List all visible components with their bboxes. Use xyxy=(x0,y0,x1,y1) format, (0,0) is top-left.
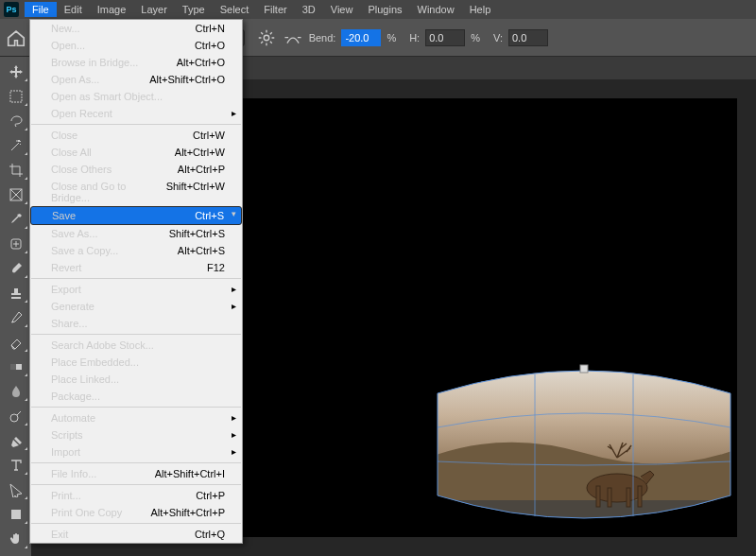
tool-lasso[interactable] xyxy=(3,110,29,132)
menu-item-open[interactable]: Open...Ctrl+O xyxy=(30,37,242,54)
tool-history[interactable] xyxy=(3,306,29,329)
menu-item-save[interactable]: SaveCtrl+S xyxy=(30,206,242,225)
menu-item-close-all[interactable]: Close AllAlt+Ctrl+W xyxy=(30,144,242,161)
tool-path[interactable] xyxy=(3,478,29,501)
menu-item-generate[interactable]: Generate xyxy=(30,298,242,315)
svg-rect-15 xyxy=(638,486,642,507)
menu-item-print-one-copy[interactable]: Print One CopyAlt+Shift+Ctrl+P xyxy=(30,504,242,521)
menu-item-search-adobe-stock[interactable]: Search Adobe Stock... xyxy=(30,337,242,354)
app-icon: Ps xyxy=(4,2,19,17)
tool-heal[interactable] xyxy=(3,233,29,255)
menu-layer[interactable]: Layer xyxy=(133,2,175,17)
svg-point-0 xyxy=(264,35,269,41)
menu-item-import[interactable]: Import xyxy=(30,443,242,460)
v-input[interactable] xyxy=(508,29,548,46)
tool-move[interactable] xyxy=(3,61,29,83)
svg-rect-13 xyxy=(608,488,611,507)
menu-edit[interactable]: Edit xyxy=(57,2,90,17)
menu-item-print[interactable]: Print...Ctrl+P xyxy=(30,487,242,504)
tool-zoom[interactable] xyxy=(3,552,29,556)
svg-rect-7 xyxy=(11,510,21,519)
menu-item-open-recent[interactable]: Open Recent xyxy=(30,105,242,122)
menu-item-close-others[interactable]: Close OthersAlt+Ctrl+P xyxy=(30,161,242,178)
tool-eraser[interactable] xyxy=(3,331,29,354)
menu-item-new[interactable]: New...Ctrl+N xyxy=(30,20,242,37)
menu-view[interactable]: View xyxy=(323,2,361,17)
svg-rect-5 xyxy=(10,364,16,370)
menu-item-scripts[interactable]: Scripts xyxy=(30,426,242,443)
menu-item-exit[interactable]: ExitCtrl+Q xyxy=(30,526,242,543)
menu-select[interactable]: Select xyxy=(213,2,257,17)
svg-point-6 xyxy=(10,414,18,422)
tool-dodge[interactable] xyxy=(3,405,29,427)
tool-blur[interactable] xyxy=(3,380,29,403)
bend-label: Bend: xyxy=(309,32,336,43)
tool-stamp[interactable] xyxy=(3,282,29,304)
menu-plugins[interactable]: Plugins xyxy=(360,2,409,17)
menu-item-place-embedded[interactable]: Place Embedded... xyxy=(30,354,242,371)
tool-crop[interactable] xyxy=(3,159,29,182)
toolbox xyxy=(0,57,31,556)
tool-frame[interactable] xyxy=(3,183,29,206)
menu-image[interactable]: Image xyxy=(90,2,134,17)
menu-item-package[interactable]: Package... xyxy=(30,388,242,405)
gear-icon[interactable] xyxy=(256,27,277,48)
menu-item-open-as-smart-object[interactable]: Open as Smart Object... xyxy=(30,88,242,105)
svg-rect-10 xyxy=(428,500,740,543)
menu-item-open-as[interactable]: Open As...Alt+Shift+Ctrl+O xyxy=(30,71,242,88)
svg-rect-14 xyxy=(627,488,630,507)
menu-item-save-as[interactable]: Save As...Shift+Ctrl+S xyxy=(30,225,242,242)
menu-3d[interactable]: 3D xyxy=(295,2,323,17)
h-label: H: xyxy=(409,32,420,43)
menu-window[interactable]: Window xyxy=(410,2,462,17)
tool-brush[interactable] xyxy=(3,257,29,280)
tool-marquee[interactable] xyxy=(3,85,29,108)
tool-type[interactable] xyxy=(3,454,29,477)
tool-shape[interactable] xyxy=(3,503,29,526)
menu-item-place-linked[interactable]: Place Linked... xyxy=(30,371,242,388)
menu-item-export[interactable]: Export xyxy=(30,281,242,298)
menu-item-share[interactable]: Share... xyxy=(30,315,242,332)
bend-input[interactable] xyxy=(341,29,381,46)
menu-filter[interactable]: Filter xyxy=(256,2,294,17)
orientation-icon[interactable] xyxy=(283,27,303,48)
file-menu: New...Ctrl+NOpen...Ctrl+OBrowse in Bridg… xyxy=(29,19,243,544)
v-label: V: xyxy=(493,32,503,43)
warped-image[interactable] xyxy=(428,354,740,543)
menu-file[interactable]: File xyxy=(25,2,57,17)
tool-gradient[interactable] xyxy=(3,356,29,378)
menu-item-close-and-go-to-bridge[interactable]: Close and Go to Bridge...Shift+Ctrl+W xyxy=(30,178,242,206)
menu-type[interactable]: Type xyxy=(175,2,213,17)
menu-item-automate[interactable]: Automate xyxy=(30,409,242,426)
menu-item-revert[interactable]: RevertF12 xyxy=(30,259,242,276)
tool-pen[interactable] xyxy=(3,429,29,452)
menubar: Ps FileEditImageLayerTypeSelectFilter3DV… xyxy=(0,0,756,19)
menu-item-save-a-copy[interactable]: Save a Copy...Alt+Ctrl+S xyxy=(30,242,242,259)
menu-item-file-info[interactable]: File Info...Alt+Shift+Ctrl+I xyxy=(30,465,242,482)
svg-rect-1 xyxy=(10,91,22,102)
tool-eyedropper[interactable] xyxy=(3,208,29,231)
menu-item-close[interactable]: CloseCtrl+W xyxy=(30,127,242,144)
warp-handle[interactable] xyxy=(580,365,588,373)
h-input[interactable] xyxy=(425,29,465,46)
home-icon[interactable] xyxy=(6,27,26,48)
menu-item-browse-in-bridge[interactable]: Browse in Bridge...Alt+Ctrl+O xyxy=(30,54,242,71)
menu-help[interactable]: Help xyxy=(462,2,499,17)
svg-rect-12 xyxy=(596,486,600,507)
tool-wand[interactable] xyxy=(3,134,29,157)
tool-hand[interactable] xyxy=(3,528,29,550)
